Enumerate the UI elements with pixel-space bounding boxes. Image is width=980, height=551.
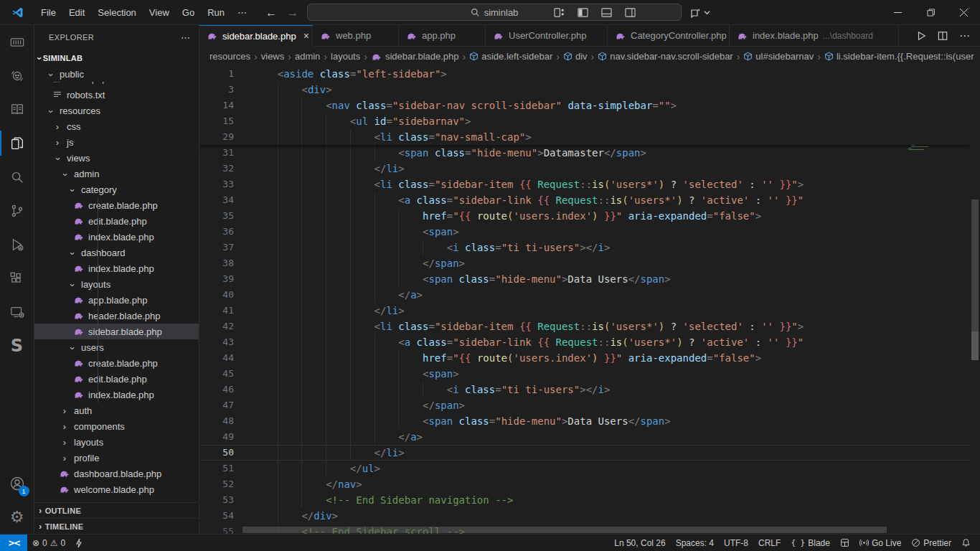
close-tab-icon[interactable]: × — [301, 30, 309, 42]
menu-more[interactable]: ⋯ — [231, 0, 253, 25]
code-line-51[interactable]: 51 </ul> — [199, 461, 970, 476]
tab-app.php[interactable]: app.php — [399, 25, 486, 46]
code-line-47[interactable]: 47 </span> — [199, 397, 970, 413]
tree-file-edit.blade.php[interactable]: edit.blade.php — [34, 213, 199, 229]
tree-folder-public[interactable]: ›public — [34, 66, 199, 82]
minimize-button[interactable] — [881, 0, 914, 25]
code-line-29[interactable]: 29 <li class="nav-small-cap"> — [199, 129, 970, 145]
tree-file-create.blade.php[interactable]: create.blade.php — [34, 197, 199, 213]
files-activity-button[interactable] — [0, 126, 34, 160]
code-line-53[interactable]: 53 <!-- End Sidebar navigation --> — [199, 492, 970, 508]
tree-folder-js[interactable]: ›js — [34, 134, 199, 150]
book-activity-button[interactable] — [0, 93, 34, 126]
code-line-3[interactable]: 3 <div> — [199, 82, 970, 98]
menu-view[interactable]: View — [143, 0, 176, 25]
copilot-button[interactable] — [690, 0, 710, 25]
problems-indicator[interactable]: ⊗ 0 ⚠ 0 — [27, 535, 70, 551]
code-line-1[interactable]: 1 <aside class="left-sidebar"> — [199, 66, 970, 82]
status-encoding[interactable]: UTF-8 — [719, 535, 753, 551]
code-line-39[interactable]: 39 <span class="hide-menu">Data Users</s… — [199, 271, 970, 287]
menu-edit[interactable]: Edit — [62, 0, 91, 25]
editor-vertical-scrollbar[interactable] — [970, 66, 980, 534]
tree-folder-profile[interactable]: ›profile — [34, 450, 199, 466]
status-prettier[interactable]: Prettier — [906, 535, 956, 551]
tree-folder-components[interactable]: ›components — [34, 418, 199, 434]
status-language-mode[interactable]: { }Blade — [786, 535, 835, 551]
code-line-41[interactable]: 41 </li> — [199, 303, 970, 319]
tree-file-index.blade.php[interactable]: index.blade.php — [34, 260, 199, 276]
timeline-panel-header[interactable]: ›TIMELINE — [34, 518, 199, 534]
breadcrumb-symbol[interactable]: aside.left-sidebar — [469, 51, 552, 62]
tree-file-welcome.blade.php[interactable]: welcome.blade.php — [34, 481, 199, 497]
menu-run[interactable]: Run — [201, 0, 231, 25]
status-eol[interactable]: CRLF — [753, 535, 786, 551]
forward-button[interactable]: → — [287, 6, 298, 19]
container-activity-button[interactable] — [0, 25, 34, 59]
code-line-14[interactable]: 14 <nav class="sidebar-nav scroll-sideba… — [199, 98, 970, 113]
extensions-activity-button[interactable] — [0, 261, 34, 295]
lightning-indicator[interactable] — [70, 535, 88, 551]
breadcrumb-symbol[interactable]: ul#sidebarnav — [743, 51, 814, 62]
tree-folder-layouts[interactable]: ›layouts — [34, 276, 199, 292]
tree-folder-resources[interactable]: ›resources — [34, 103, 199, 118]
breadcrumb-symbol[interactable]: nav.sidebar-nav.scroll-sidebar — [598, 51, 732, 62]
tree-folder-category[interactable]: ›category — [34, 182, 199, 197]
toggle-panel-icon[interactable] — [601, 7, 612, 18]
run-debug-activity-button[interactable] — [0, 227, 34, 261]
breadcrumb-symbol[interactable]: div — [563, 51, 588, 62]
tree-file-dashboard.blade.php[interactable]: dashboard.blade.php — [34, 466, 199, 481]
breadcrumb-folder[interactable]: admin — [295, 51, 320, 62]
code-editor[interactable]: 1 <aside class="left-sidebar">3 <div>14 … — [199, 66, 980, 534]
code-line-46[interactable]: 46 <i class="ti ti-users"></i> — [199, 382, 970, 397]
toggle-secondary-sidebar-icon[interactable] — [625, 7, 636, 18]
outline-panel-header[interactable]: ›OUTLINE — [34, 502, 199, 518]
source-control-activity-button[interactable] — [0, 194, 34, 227]
customize-layout-icon[interactable] — [554, 7, 565, 18]
monkey-face-activity-button[interactable] — [0, 59, 34, 93]
status-cursor-position[interactable]: Ln 50, Col 26 — [609, 535, 670, 551]
close-window-button[interactable] — [947, 0, 980, 25]
breadcrumb-symbol[interactable]: li.sidebar-item.{{.Request::is(user — [824, 51, 974, 62]
tree-file-create.blade.php[interactable]: create.blade.php — [34, 355, 199, 371]
code-line-38[interactable]: 38 </span> — [199, 255, 970, 271]
code-line-32[interactable]: 32 </li> — [199, 161, 970, 176]
status-browser-grid[interactable] — [835, 535, 854, 551]
code-line-33[interactable]: 33 <li class="sidebar-item {{ Request::i… — [199, 176, 970, 192]
tree-file-index.php[interactable]: index.php — [34, 82, 199, 87]
tree-file-sidebar.blade.php[interactable]: sidebar.blade.php — [34, 324, 199, 339]
remote-monitor-activity-button[interactable] — [0, 295, 34, 329]
code-line-42[interactable]: 42 <li class="sidebar-item {{ Request::i… — [199, 319, 970, 334]
tab-index.blade.php[interactable]: index.blade.php...\dashboard — [730, 25, 899, 46]
tree-file-edit.blade.php[interactable]: edit.blade.php — [34, 371, 199, 387]
menu-file[interactable]: File — [34, 0, 62, 25]
code-line-48[interactable]: 48 <span class="hide-menu">Data Users</s… — [199, 413, 970, 429]
tab-CategoryController.php[interactable]: CategoryController.php — [608, 25, 730, 46]
code-line-35[interactable]: 35 href="{{ route('users.index') }}" ari… — [199, 208, 970, 224]
s-logo-activity-button[interactable]: S — [0, 329, 34, 362]
menu-go[interactable]: Go — [176, 0, 201, 25]
tab-web.php[interactable]: web.php — [313, 25, 399, 46]
tree-folder-users[interactable]: ›users — [34, 339, 199, 355]
tree-folder-css[interactable]: ›css — [34, 118, 199, 134]
status-notifications[interactable] — [956, 535, 976, 551]
tab-sidebar.blade.php[interactable]: sidebar.blade.php× — [199, 25, 313, 46]
remote-indicator[interactable]: >< — [0, 534, 27, 551]
tree-file-app.blade.php[interactable]: app.blade.php — [34, 292, 199, 308]
breadcrumb[interactable]: resources›views›admin›layouts›sidebar.bl… — [199, 47, 980, 66]
menu-selection[interactable]: Selection — [91, 0, 142, 25]
settings-button[interactable]: ⚙ — [0, 500, 34, 534]
breadcrumb-folder[interactable]: layouts — [331, 51, 360, 62]
tree-file-index.blade.php[interactable]: index.blade.php — [34, 387, 199, 402]
breadcrumb-folder[interactable]: resources — [209, 51, 250, 62]
split-editor-button[interactable] — [938, 31, 948, 41]
search-activity-button[interactable] — [0, 160, 34, 194]
code-line-50[interactable]: 50 </li> — [199, 445, 970, 461]
code-line-43[interactable]: 43 <a class="sidebar-link {{ Request::is… — [199, 334, 970, 350]
editor-horizontal-scrollbar[interactable] — [242, 527, 887, 533]
accounts-button[interactable]: 1 — [0, 466, 34, 500]
tree-folder-admin[interactable]: ›admin — [34, 166, 199, 182]
code-line-34[interactable]: 34 <a class="sidebar-link {{ Request::is… — [199, 192, 970, 208]
breadcrumb-folder[interactable]: views — [261, 51, 285, 62]
code-line-45[interactable]: 45 <span> — [199, 366, 970, 382]
project-section-header[interactable]: › SIMINLAB — [34, 50, 199, 66]
